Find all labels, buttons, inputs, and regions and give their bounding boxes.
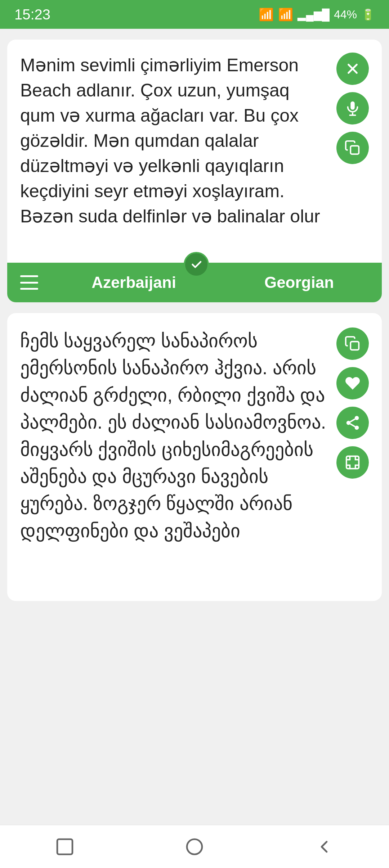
microphone-button[interactable] [336,92,369,125]
svg-rect-1 [350,146,359,154]
circle-nav-icon [184,837,205,857]
back-nav-icon [314,837,334,857]
svg-point-4 [346,421,351,425]
status-bar: 15:23 📶 📶 ▂▄▆█ 44% 🔋 [0,0,389,29]
translated-actions [336,327,369,587]
back-nav-button[interactable] [314,837,334,857]
expand-button[interactable] [336,446,369,479]
svg-point-10 [187,839,202,854]
target-language-label[interactable]: Georgian [216,273,382,291]
expand-icon [344,454,361,471]
copy-source-button[interactable] [336,132,369,164]
copy-translated-button[interactable] [336,327,369,360]
svg-line-6 [350,424,355,427]
signal-icon: ▂▄▆█ [298,8,330,21]
translated-card: ჩემს საყვარელ სანაპიროს ემერსონის სანაპი… [7,313,382,601]
svg-rect-2 [350,342,359,350]
card-gap [7,302,382,313]
menu-area[interactable] [7,275,51,290]
status-time: 15:23 [14,6,50,23]
wifi-icon: 📶 [278,7,293,22]
status-icons: 📶 📶 ▂▄▆█ 44% 🔋 [259,7,375,22]
square-nav-button[interactable] [55,837,75,857]
source-text: Mənim sevimli çimərliyim Emerson Beach a… [20,53,329,229]
square-nav-icon [55,837,75,857]
source-actions [336,53,369,229]
battery-text: 44% [334,8,357,21]
copy-translated-icon [344,335,361,352]
bottom-navigation [0,825,389,868]
share-icon [344,415,361,431]
bluetooth-icon: 📶 [259,7,274,22]
svg-rect-9 [57,839,72,854]
copy-icon [344,140,361,156]
source-card: Mənim sevimli çimərliyim Emerson Beach a… [7,40,382,263]
favorite-button[interactable] [336,367,369,399]
share-button[interactable] [336,407,369,439]
main-content: Mənim sevimli çimərliyim Emerson Beach a… [0,29,389,612]
check-icon [190,258,203,271]
svg-point-3 [355,416,359,420]
heart-icon [344,375,361,392]
close-button[interactable] [336,53,369,85]
svg-point-5 [355,426,359,430]
svg-rect-0 [350,101,355,110]
battery-icon: 🔋 [361,8,375,21]
hamburger-icon[interactable] [20,275,38,290]
translated-text: ჩემს საყვარელ სანაპიროს ემერსონის სანაპი… [20,327,329,587]
svg-rect-8 [346,456,359,469]
language-check-badge [184,252,209,277]
close-icon [344,60,361,77]
home-nav-button[interactable] [184,837,205,857]
svg-line-7 [350,419,355,422]
language-bar: Azerbaijani Georgian [7,263,382,302]
microphone-icon [344,100,361,117]
